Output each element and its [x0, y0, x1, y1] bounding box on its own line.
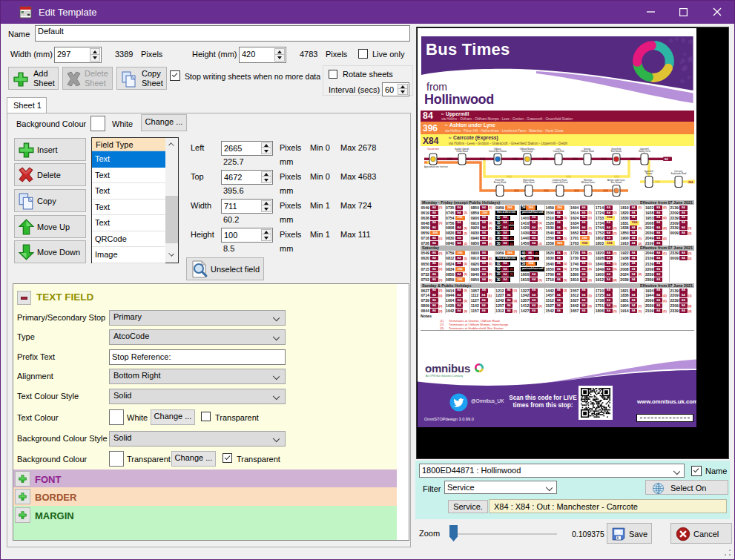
svg-text:Central Bus Station: Central Bus Station	[489, 150, 507, 153]
svg-text:Failko Road: Failko Road	[457, 150, 468, 153]
svg-text:Rosary Road: Rosary Road	[494, 181, 507, 184]
svg-text:Milshaw Snoss: Milshaw Snoss	[581, 181, 596, 184]
svg-text:You are here: You are here	[427, 148, 439, 151]
svg-text:Approximate time from here: Approximate time from here	[424, 165, 449, 168]
svg-text:Oldham Road: Oldham Road	[581, 150, 594, 153]
svg-text:Fillton Street: Fillton Street	[523, 181, 535, 184]
svg-text:Interchange: Interchange	[522, 150, 533, 153]
svg-text:Bus Station: Bus Station	[611, 181, 622, 184]
svg-text:Swiing Circle: Swiing Circle	[639, 150, 651, 153]
svg-text:Square: Square	[645, 172, 652, 175]
svg-text:X84: X84	[688, 181, 693, 184]
svg-text:84: 84	[665, 157, 668, 161]
svg-text:Rail Station: Rail Station	[611, 150, 622, 153]
svg-text:Lambersfell Drive: Lambersfell Drive	[552, 181, 568, 184]
svg-text:County End: County End	[553, 150, 564, 153]
svg-text:Esplanade Road: Esplanade Road	[671, 172, 687, 175]
